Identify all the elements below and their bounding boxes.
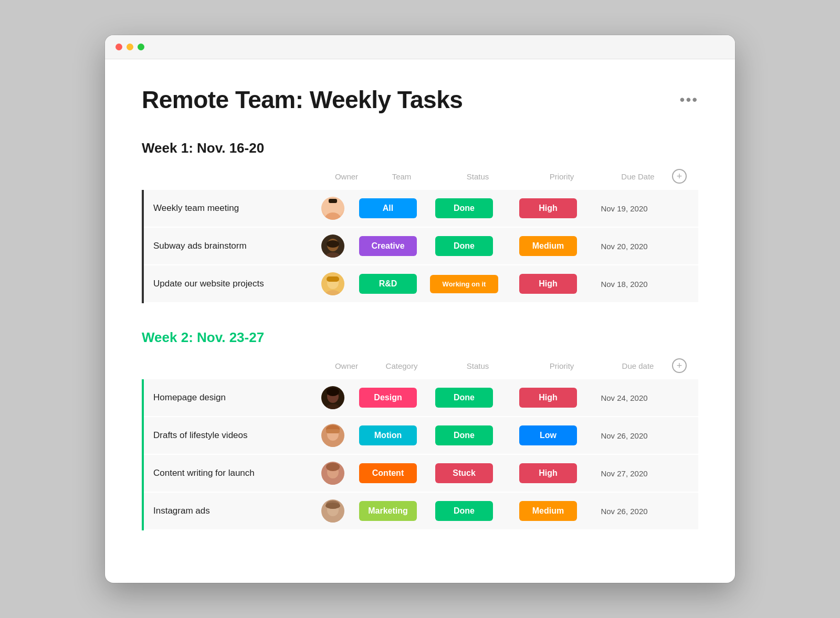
week1-section: Week 1: Nov. 16-20 Owner Team Status Pri… [142, 140, 698, 303]
priority-badge: Low [519, 425, 577, 445]
page-title: Remote Team: Weekly Tasks [142, 86, 463, 114]
titlebar [105, 35, 735, 59]
table-row: Homepage design Design [144, 379, 698, 417]
task-status: Working on it [422, 273, 506, 295]
task-team: Content [354, 461, 422, 485]
week1-add-button[interactable]: + [672, 169, 687, 184]
task-priority: Medium [506, 234, 590, 258]
task-team: All [354, 196, 422, 220]
team-badge: R&D [359, 274, 417, 294]
priority-badge: High [519, 198, 577, 218]
week2-status-label: Status [436, 361, 520, 370]
week1-priority-label: Priority [520, 172, 604, 181]
task-team: R&D [354, 272, 422, 296]
task-due-date: Nov 26, 2020 [590, 431, 658, 440]
week2-category-label: Category [368, 361, 436, 370]
table-row: Weekly team meeting All [144, 190, 698, 228]
avatar [321, 386, 344, 409]
week1-team-label: Team [368, 172, 436, 181]
week2-add-col: + [672, 358, 693, 373]
task-due-date: Nov 20, 2020 [590, 242, 658, 251]
priority-badge: Medium [519, 236, 577, 256]
close-button[interactable] [116, 44, 122, 50]
avatar [321, 235, 344, 258]
svg-rect-9 [327, 276, 339, 282]
task-name: Subway ads brainstorm [144, 235, 312, 258]
task-status: Done [422, 196, 506, 220]
week1-status-label: Status [436, 172, 520, 181]
task-status: Done [422, 423, 506, 447]
week2-priority-label: Priority [520, 361, 604, 370]
page-header: Remote Team: Weekly Tasks ••• [142, 86, 698, 114]
svg-point-8 [324, 290, 342, 295]
task-name: Weekly team meeting [144, 197, 312, 220]
avatar [321, 499, 344, 523]
week2-title: Week 2: Nov. 23-27 [142, 329, 264, 346]
main-content: Remote Team: Weekly Tasks ••• Week 1: No… [105, 59, 735, 583]
task-status: Done [422, 499, 506, 523]
svg-point-23 [326, 503, 340, 509]
task-team: Design [354, 386, 422, 410]
minimize-button[interactable] [127, 44, 133, 50]
task-priority: High [506, 196, 590, 220]
task-team: Motion [354, 423, 422, 447]
team-badge: All [359, 198, 417, 218]
svg-point-6 [327, 240, 339, 248]
priority-badge: Medium [519, 501, 577, 521]
week2-section: Week 2: Nov. 23-27 Owner Category Status… [142, 329, 698, 530]
task-name: Homepage design [144, 386, 312, 409]
svg-point-18 [324, 480, 342, 485]
week1-add-col: + [672, 169, 693, 184]
priority-badge: High [519, 463, 577, 483]
table-row: Instagram ads Marketing [144, 493, 698, 530]
more-options-button[interactable]: ••• [680, 91, 698, 108]
team-badge: Motion [359, 425, 417, 445]
task-due-date: Nov 27, 2020 [590, 469, 658, 478]
week1-columns: Owner Team Status Priority Due Date + [158, 165, 698, 188]
task-status: Done [422, 386, 506, 410]
svg-rect-2 [329, 199, 337, 203]
maximize-button[interactable] [138, 44, 144, 50]
task-status: Done [422, 234, 506, 258]
svg-point-1 [324, 212, 341, 220]
task-owner [312, 235, 354, 258]
team-badge: Design [359, 388, 417, 408]
task-team: Marketing [354, 499, 422, 523]
week1-header: Week 1: Nov. 16-20 [142, 140, 698, 156]
svg-point-5 [324, 252, 342, 258]
svg-point-21 [324, 517, 342, 523]
task-due-date: Nov 24, 2020 [590, 393, 658, 402]
task-owner [312, 499, 354, 523]
week2-add-button[interactable]: + [672, 358, 687, 373]
week1-due-label: Due Date [604, 172, 672, 181]
task-name: Drafts of lifestyle videos [144, 424, 312, 447]
week2-due-label: Due date [604, 361, 672, 370]
status-badge: Done [435, 236, 493, 256]
svg-rect-16 [326, 429, 340, 433]
status-badge: Working on it [430, 275, 498, 293]
svg-point-19 [326, 463, 340, 471]
task-due-date: Nov 26, 2020 [590, 507, 658, 516]
svg-point-11 [324, 404, 342, 409]
task-status: Stuck [422, 461, 506, 485]
task-due-date: Nov 19, 2020 [590, 204, 658, 213]
table-row: Update our website projects R&D [144, 265, 698, 303]
task-name: Instagram ads [144, 499, 312, 523]
avatar [321, 197, 344, 220]
task-priority: Medium [506, 499, 590, 523]
status-badge: Done [435, 388, 493, 408]
task-owner [312, 462, 354, 485]
table-row: Content writing for launch Content [144, 455, 698, 493]
team-badge: Marketing [359, 501, 417, 521]
task-priority: High [506, 386, 590, 410]
week2-task-table: Homepage design Design [142, 379, 698, 530]
task-owner [312, 197, 354, 220]
task-name: Content writing for launch [144, 462, 312, 485]
task-priority: Low [506, 423, 590, 447]
app-window: Remote Team: Weekly Tasks ••• Week 1: No… [105, 35, 735, 583]
table-row: Subway ads brainstorm Creative [144, 228, 698, 265]
task-priority: High [506, 461, 590, 485]
week2-header: Week 2: Nov. 23-27 [142, 329, 698, 346]
svg-point-14 [324, 442, 342, 447]
avatar [321, 424, 344, 447]
